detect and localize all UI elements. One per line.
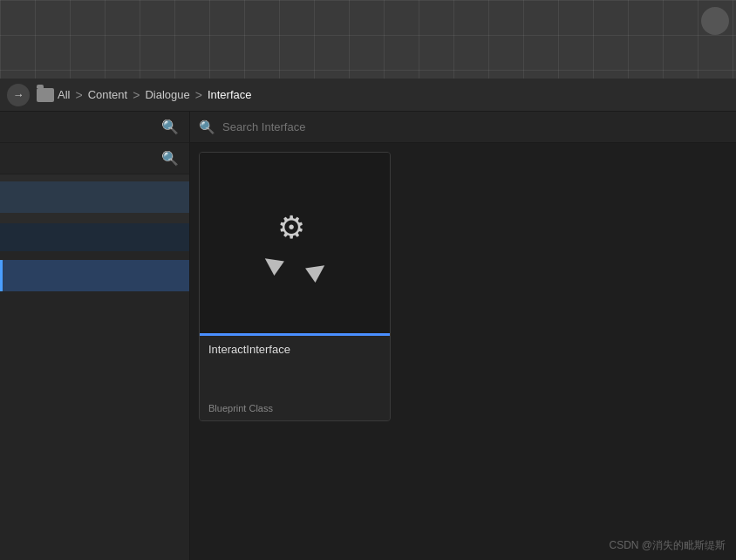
sidebar: 🔍 🔍 [0,112,190,560]
sidebar-folder-item-5[interactable] [0,251,189,260]
sidebar-search-icon[interactable]: 🔍 [161,119,179,135]
breadcrumb-sep-1: > [75,88,82,102]
sidebar-folder-item-1[interactable] [0,174,189,181]
viewport-button[interactable] [701,7,729,35]
sidebar-filter-icon[interactable]: 🔍 [161,150,179,167]
gear-icon: ⚙ [277,209,312,244]
asset-card-type: Blueprint Class [208,403,381,413]
asset-card[interactable]: ⚙ InteractInterface Blueprint Class [199,152,391,421]
sidebar-filter-row: 🔍 [0,143,189,174]
asset-card-info: InteractInterface Blueprint Class [200,336,390,420]
breadcrumb-back-button[interactable]: → [7,84,30,106]
breadcrumb-bar: → All > Content > Dialogue > Interface [0,79,736,112]
breadcrumb-sep-3: > [195,88,202,102]
arrow-right-icon [305,258,330,283]
sidebar-folder-item-2[interactable] [0,181,189,213]
content-search-bar: 🔍 [190,112,736,143]
asset-card-name: InteractInterface [208,343,381,356]
breadcrumb-content[interactable]: Content [88,88,128,101]
content-grid: ⚙ InteractInterface Blueprint Class [190,143,736,560]
asset-card-spacer [208,359,381,403]
arrow-left-icon [260,251,284,276]
sidebar-folder-list [0,174,189,560]
content-search-icon: 🔍 [199,120,215,135]
content-panel: 🔍 ⚙ InteractInterface Blueprint C [190,112,736,560]
watermark: CSDN @消失的毗斯缇斯 [609,538,726,553]
blueprint-interface-icon: ⚙ [260,209,330,279]
viewport-area [0,0,736,79]
breadcrumb-dialogue[interactable]: Dialogue [145,88,189,101]
breadcrumb-interface[interactable]: Interface [208,88,252,101]
sidebar-folder-item-4[interactable] [0,223,189,251]
sidebar-search-row: 🔍 [0,112,189,143]
breadcrumb-sep-2: > [133,88,140,102]
breadcrumb-all[interactable]: All [58,88,70,101]
sidebar-folder-item-6[interactable] [0,260,189,291]
main-area: 🔍 🔍 🔍 ⚙ [0,112,736,560]
viewport-grid [0,0,736,79]
content-search-input[interactable] [222,120,727,133]
asset-card-thumbnail: ⚙ [200,153,390,336]
breadcrumb-folder-icon [37,88,54,102]
sidebar-folder-item-3[interactable] [0,213,189,223]
